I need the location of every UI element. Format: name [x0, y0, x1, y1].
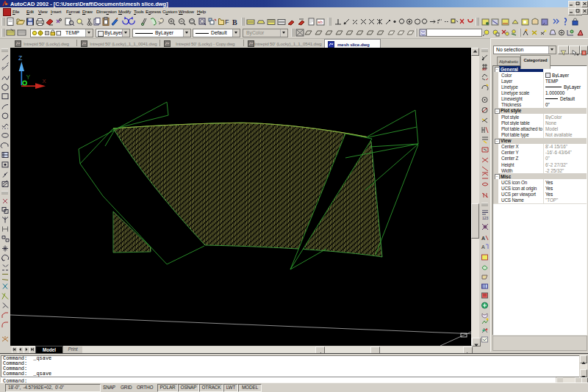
svg-text:ab: ab [318, 20, 323, 25]
svg-text:123: 123 [482, 216, 489, 220]
svg-text:Y: Y [26, 73, 31, 81]
svg-text:Z: Z [18, 54, 22, 62]
svg-text:A: A [481, 244, 485, 250]
svg-text:ab: ab [482, 67, 487, 71]
svg-text:X: X [43, 78, 46, 84]
svg-text:F: F [225, 18, 229, 26]
svg-text:B: B [232, 18, 237, 26]
svg-text:A: A [481, 236, 485, 241]
